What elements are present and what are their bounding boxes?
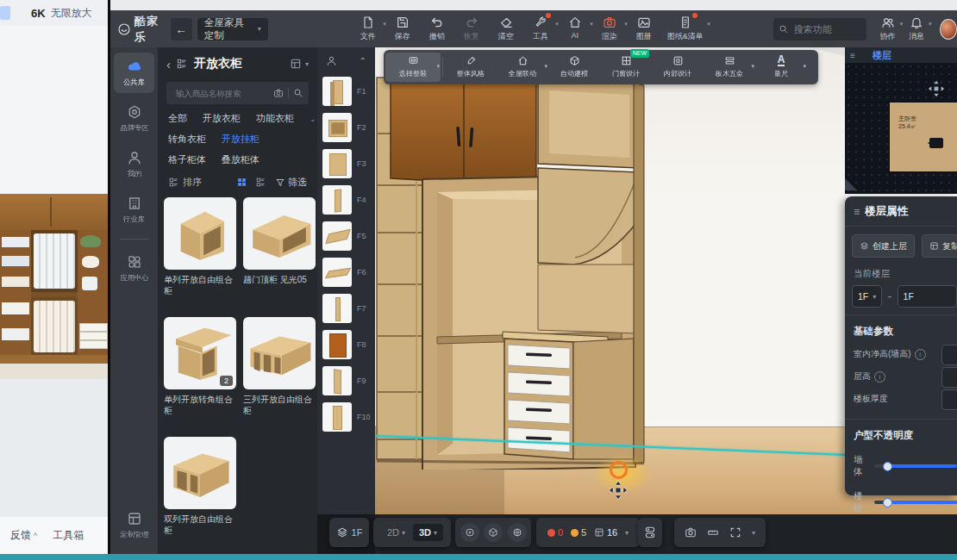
copy-floor-button[interactable]: 复制楼层 [922,234,957,258]
wall-opacity-slider[interactable] [874,464,957,468]
floor-select[interactable]: 1F [898,285,957,308]
search-input[interactable] [792,23,861,35]
library-search[interactable] [166,82,309,104]
compass-button[interactable] [460,523,479,542]
user-icon[interactable] [326,55,337,66]
tab-interior-design[interactable]: 内部设计 [652,53,704,82]
panel-layout-icon[interactable] [290,58,302,70]
collab-button[interactable]: 协作▾ [873,16,902,42]
product-card[interactable]: 三列开放自由组合柜 [243,317,316,416]
toolbox-link[interactable]: 工具箱 [53,528,84,543]
tab-overall-style[interactable]: 整体风格 [445,53,497,82]
ai-button[interactable]: AI▾ [558,16,592,42]
product-card[interactable]: 2 单列开放转角组合柜 [164,317,236,416]
save-button[interactable]: 保存 [385,16,420,42]
chevron-down-icon[interactable]: ▾ [305,60,309,68]
chevron-down-icon[interactable]: ▾ [752,529,755,537]
floorplan-minimap[interactable]: ≡ 楼层 主卧室 25.4㎡ [845,47,957,194]
rail-item-brand-zone[interactable]: 品牌专区 [114,98,154,139]
viewport-camera-icon[interactable] [685,526,697,538]
rail-item-manage[interactable]: 定制管理 [114,511,154,540]
file-button[interactable]: 文件▾ [351,16,385,42]
component-item[interactable]: F5 [317,218,375,254]
component-item[interactable]: F6 [317,254,375,290]
minimap-room[interactable]: 主卧室 25.4㎡ [888,101,957,173]
back-chevron-icon[interactable]: ‹ [166,57,171,72]
panel-counter[interactable]: 16 [594,527,617,538]
sort-label[interactable]: 排序 [183,176,202,189]
info-icon[interactable]: i [874,371,885,383]
tab-auto-modeling[interactable]: 自动建模 [548,53,600,82]
component-item[interactable]: F10 [317,399,375,435]
avatar[interactable] [940,19,957,40]
tab-measure[interactable]: A 量尺 ▾ [755,53,807,82]
minimap-tab[interactable]: 楼层 [873,49,891,62]
error-counter[interactable]: 0 [547,527,563,538]
render-button[interactable]: 渲染▾ [592,16,627,42]
ruler-icon[interactable] [707,526,719,538]
filter-open-wardrobe[interactable]: 开放衣柜 [203,112,241,125]
redo-button[interactable]: 恢复 [454,16,489,42]
sheets-button[interactable]: 图纸&清单▾ [661,16,710,42]
product-card[interactable]: 趟门顶柜 见光05 [243,197,316,296]
feedback-link[interactable]: 反馈 [10,528,31,543]
product-card[interactable]: 双列开放自由组合柜 [164,437,236,536]
library-search-input[interactable] [172,88,269,99]
filter-button[interactable]: 筛选 [275,176,307,189]
clear-button[interactable]: 清空 [489,16,523,42]
header-search[interactable] [773,18,866,40]
document-title-select[interactable]: 全屋家具定制 ▾ [197,18,268,40]
filter-corner-wardrobe[interactable]: 转角衣柜 [168,133,206,146]
filter-open-hanging[interactable]: 开放挂柜 [222,133,260,146]
filter-grid-cabinet[interactable]: 格子柜体 [168,153,206,166]
tools-button[interactable]: 工具▾ [523,16,558,42]
tab-door-window-design[interactable]: NEW 门窗设计 [600,53,652,82]
filter-all[interactable]: 全部 [168,112,187,125]
cube-view-button[interactable] [484,523,503,542]
search-icon[interactable] [293,88,303,98]
rail-item-app-center[interactable]: 应用中心 [114,248,154,289]
app-logo[interactable]: 酷家乐 [117,14,162,45]
create-upper-floor-button[interactable]: 创建上层 [852,234,915,258]
component-item[interactable]: F1 [317,73,375,109]
rail-item-public-library[interactable]: 公共库 [114,53,154,93]
info-icon[interactable]: i [915,349,926,360]
tab-select-assembly[interactable]: 选择整装 ▾ [385,53,441,82]
list-icon[interactable] [176,58,188,70]
component-item[interactable]: F2 [317,109,375,146]
grid-view-icon[interactable] [236,177,247,188]
collapse-icon[interactable]: ⌃ [360,56,366,65]
slab-opacity-slider[interactable] [874,501,957,504]
filter-function-wardrobe[interactable]: 功能衣柜 [256,112,294,125]
fullscreen-icon[interactable] [729,526,741,538]
status-counters-group[interactable]: 0 5 16 ▾ [536,518,640,547]
floor-indicator-group[interactable]: 1F [329,518,369,547]
component-item[interactable]: F3 [317,146,375,182]
filter-stack-cabinet[interactable]: 叠放柜体 [222,153,260,166]
camera-marker[interactable] [929,138,943,148]
image-search-icon[interactable] [273,88,284,98]
component-item[interactable]: F9 [317,363,375,399]
album-button[interactable]: 图册 [627,16,661,42]
menu-icon[interactable]: ≡ [850,51,855,60]
chevron-down-icon[interactable]: ▾ [625,529,629,537]
back-button[interactable]: ← [171,18,192,40]
layout-toggle-group[interactable] [638,518,662,547]
sort-icon[interactable] [168,177,179,188]
list-view-icon[interactable] [255,177,266,188]
wardrobe-model[interactable] [375,47,651,470]
component-item[interactable]: F4 [317,182,375,218]
product-card[interactable]: 单列开放自由组合柜 [164,197,236,296]
view-2d-button[interactable]: 2D▾ [381,524,411,541]
floor-stepper[interactable]: 1F ▾ [852,285,882,308]
warning-counter[interactable]: 5 [571,527,586,538]
slab-thickness-input[interactable] [941,389,957,410]
rail-item-mine[interactable]: 我的 [114,144,154,184]
rail-item-industry-library[interactable]: 行业库 [114,190,154,230]
view-3d-button[interactable]: 3D▾ [413,524,443,541]
component-item[interactable]: F7 [317,290,375,327]
walkthrough-button[interactable] [508,523,527,542]
message-button[interactable]: 消息▾ [902,16,930,42]
tab-whole-house-link[interactable]: 全屋联动 ▾ [497,53,548,82]
menu-icon[interactable]: ≡ [854,206,860,218]
